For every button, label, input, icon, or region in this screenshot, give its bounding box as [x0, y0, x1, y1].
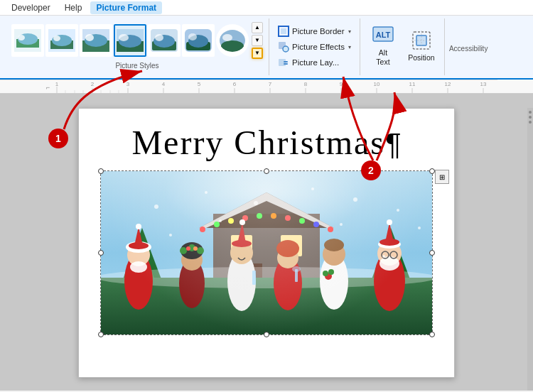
- position-btn[interactable]: Position: [403, 21, 440, 70]
- svg-text:11: 11: [409, 81, 416, 87]
- right-scrollbar[interactable]: [527, 108, 533, 391]
- svg-text:13: 13: [480, 81, 487, 87]
- handle-tl[interactable]: [98, 168, 104, 174]
- svg-rect-32: [284, 61, 288, 62]
- position-icon: [410, 29, 433, 52]
- svg-text:10: 10: [374, 81, 380, 87]
- picture-options-group: Picture Border ▾ Picture Effects ▾ Pictu…: [269, 18, 360, 75]
- alt-text-btn[interactable]: ALT Alt Text: [365, 21, 402, 70]
- handle-tr[interactable]: [429, 168, 435, 174]
- accessibility-label: Accessibility: [449, 45, 488, 53]
- picture-border-icon: [278, 26, 289, 37]
- svg-point-30: [283, 46, 289, 52]
- picture-border-label: Picture Border: [292, 27, 345, 36]
- svg-point-19: [155, 34, 163, 41]
- document-title: Merry Christmas: [131, 124, 385, 161]
- svg-text:4: 4: [162, 81, 166, 87]
- ruler: 1 2 3 4 5 6 7 8 9: [0, 80, 533, 94]
- handle-ml[interactable]: [98, 250, 104, 256]
- svg-text:ALT: ALT: [376, 31, 391, 39]
- svg-text:9: 9: [340, 81, 343, 87]
- snow-overlay: [101, 171, 432, 334]
- christmas-image: [101, 171, 432, 334]
- page-area: Merry Christmas¶ ⊞: [0, 94, 533, 391]
- document-title-area: Merry Christmas¶: [100, 123, 433, 162]
- handle-bm[interactable]: [264, 332, 269, 337]
- layout-options-icon[interactable]: ⊞: [435, 170, 449, 184]
- document-page: Merry Christmas¶ ⊞: [78, 108, 455, 378]
- paragraph-mark: ¶: [385, 127, 402, 160]
- svg-text:3: 3: [126, 81, 130, 87]
- picture-styles-label: Picture Styles: [115, 62, 158, 72]
- style-thumb-1[interactable]: [11, 24, 44, 57]
- style-scroll: ▲ ▼ ▼: [252, 22, 263, 59]
- svg-point-11: [85, 34, 94, 41]
- svg-text:5: 5: [198, 81, 201, 87]
- svg-text:2: 2: [91, 81, 95, 87]
- handle-bl[interactable]: [98, 332, 104, 337]
- scroll-expand-btn[interactable]: ▼: [252, 48, 263, 59]
- picture-effects-btn[interactable]: Picture Effects ▾: [275, 40, 354, 54]
- alt-text-label: Alt Text: [376, 48, 389, 66]
- picture-border-caret: ▾: [348, 28, 351, 35]
- scroll-up-btn[interactable]: ▲: [252, 22, 263, 33]
- accessibility-group: Accessibility: [445, 18, 492, 75]
- style-thumb-2[interactable]: [45, 24, 78, 57]
- svg-point-25: [221, 40, 244, 52]
- menu-bar: Developer Help Picture Format: [0, 0, 533, 16]
- handle-tm[interactable]: [264, 168, 269, 174]
- svg-point-26: [222, 34, 232, 41]
- svg-point-23: [188, 33, 197, 40]
- style-thumb-5[interactable]: [148, 24, 181, 57]
- handle-mr[interactable]: [429, 250, 435, 256]
- picture-border-btn[interactable]: Picture Border ▾: [275, 24, 354, 38]
- svg-rect-28: [281, 28, 286, 34]
- svg-text:7: 7: [269, 81, 272, 87]
- scroll-down-btn[interactable]: ▼: [252, 35, 263, 46]
- svg-text:12: 12: [445, 81, 451, 87]
- style-thumb-6[interactable]: [182, 24, 215, 57]
- picture-layout-icon: [278, 57, 289, 68]
- ribbon: ▲ ▼ ▼ Picture Styles Picture Border ▾: [0, 16, 533, 80]
- alt-text-icon: ALT: [372, 24, 394, 47]
- picture-effects-caret: ▾: [348, 44, 351, 50]
- style-thumb-4[interactable]: [114, 24, 146, 57]
- picture-effects-icon: [278, 41, 289, 53]
- menu-picture-format[interactable]: Picture Format: [90, 1, 162, 14]
- picture-layout-label: Picture Lay...: [292, 58, 339, 67]
- svg-text:6: 6: [233, 81, 237, 87]
- ruler-content: 1 2 3 4 5 6 7 8 9: [0, 80, 533, 93]
- menu-help[interactable]: Help: [59, 1, 88, 14]
- svg-point-15: [119, 34, 129, 41]
- svg-text:8: 8: [304, 81, 308, 87]
- handle-br[interactable]: [429, 332, 435, 337]
- svg-text:1: 1: [55, 81, 59, 87]
- menu-developer[interactable]: Developer: [6, 1, 56, 14]
- picture-styles-group: ▲ ▼ ▼ Picture Styles: [6, 18, 269, 75]
- style-thumb-3[interactable]: [80, 24, 112, 57]
- svg-point-7: [53, 36, 60, 41]
- style-thumb-7[interactable]: [216, 24, 249, 57]
- image-container[interactable]: ⊞: [100, 170, 433, 335]
- alt-text-group: ALT Alt Text Position: [360, 18, 445, 75]
- svg-text:⌐: ⌐: [46, 84, 50, 91]
- svg-point-3: [18, 35, 25, 40]
- picture-layout-btn[interactable]: Picture Lay...: [275, 55, 354, 70]
- picture-effects-label: Picture Effects: [292, 43, 345, 51]
- position-label: Position: [408, 53, 434, 62]
- svg-rect-33: [284, 63, 288, 65]
